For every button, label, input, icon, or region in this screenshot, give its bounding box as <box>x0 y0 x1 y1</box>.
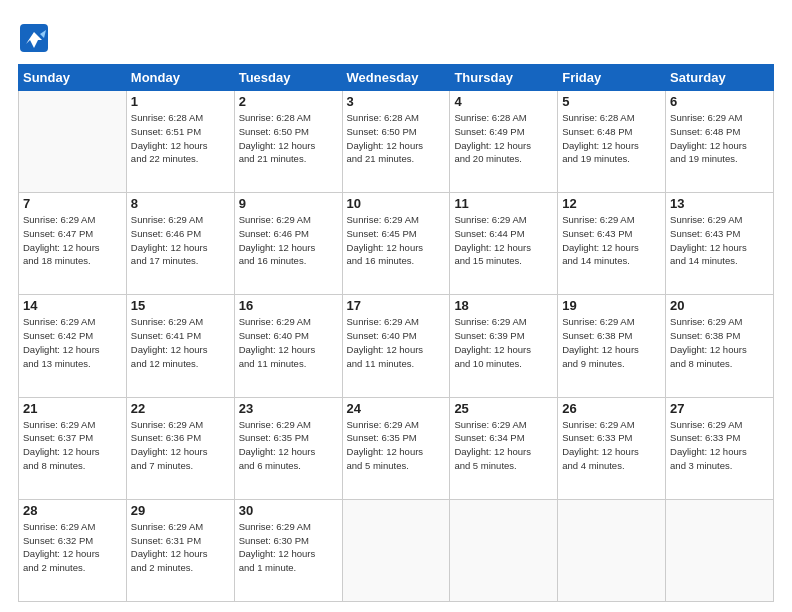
table-row: 10Sunrise: 6:29 AM Sunset: 6:45 PM Dayli… <box>342 193 450 295</box>
table-row: 3Sunrise: 6:28 AM Sunset: 6:50 PM Daylig… <box>342 91 450 193</box>
table-row <box>342 499 450 601</box>
table-row: 5Sunrise: 6:28 AM Sunset: 6:48 PM Daylig… <box>558 91 666 193</box>
table-row: 14Sunrise: 6:29 AM Sunset: 6:42 PM Dayli… <box>19 295 127 397</box>
table-row: 11Sunrise: 6:29 AM Sunset: 6:44 PM Dayli… <box>450 193 558 295</box>
weekday-header: Thursday <box>450 65 558 91</box>
day-info: Sunrise: 6:29 AM Sunset: 6:43 PM Dayligh… <box>670 213 769 268</box>
calendar-week: 28Sunrise: 6:29 AM Sunset: 6:32 PM Dayli… <box>19 499 774 601</box>
day-info: Sunrise: 6:28 AM Sunset: 6:50 PM Dayligh… <box>239 111 338 166</box>
day-number: 16 <box>239 298 338 313</box>
calendar-week: 21Sunrise: 6:29 AM Sunset: 6:37 PM Dayli… <box>19 397 774 499</box>
day-number: 24 <box>347 401 446 416</box>
day-number: 30 <box>239 503 338 518</box>
day-number: 9 <box>239 196 338 211</box>
logo-icon <box>18 22 50 54</box>
day-number: 29 <box>131 503 230 518</box>
day-info: Sunrise: 6:29 AM Sunset: 6:48 PM Dayligh… <box>670 111 769 166</box>
table-row: 6Sunrise: 6:29 AM Sunset: 6:48 PM Daylig… <box>666 91 774 193</box>
table-row: 21Sunrise: 6:29 AM Sunset: 6:37 PM Dayli… <box>19 397 127 499</box>
table-row <box>558 499 666 601</box>
day-number: 28 <box>23 503 122 518</box>
day-number: 26 <box>562 401 661 416</box>
day-number: 13 <box>670 196 769 211</box>
table-row: 20Sunrise: 6:29 AM Sunset: 6:38 PM Dayli… <box>666 295 774 397</box>
calendar-week: 1Sunrise: 6:28 AM Sunset: 6:51 PM Daylig… <box>19 91 774 193</box>
day-number: 22 <box>131 401 230 416</box>
table-row: 25Sunrise: 6:29 AM Sunset: 6:34 PM Dayli… <box>450 397 558 499</box>
table-row: 27Sunrise: 6:29 AM Sunset: 6:33 PM Dayli… <box>666 397 774 499</box>
table-row: 24Sunrise: 6:29 AM Sunset: 6:35 PM Dayli… <box>342 397 450 499</box>
table-row <box>666 499 774 601</box>
weekday-header: Sunday <box>19 65 127 91</box>
day-info: Sunrise: 6:29 AM Sunset: 6:44 PM Dayligh… <box>454 213 553 268</box>
day-number: 23 <box>239 401 338 416</box>
day-number: 27 <box>670 401 769 416</box>
day-info: Sunrise: 6:29 AM Sunset: 6:46 PM Dayligh… <box>131 213 230 268</box>
day-info: Sunrise: 6:29 AM Sunset: 6:40 PM Dayligh… <box>239 315 338 370</box>
table-row <box>450 499 558 601</box>
day-number: 19 <box>562 298 661 313</box>
calendar: SundayMondayTuesdayWednesdayThursdayFrid… <box>18 64 774 602</box>
day-info: Sunrise: 6:29 AM Sunset: 6:36 PM Dayligh… <box>131 418 230 473</box>
calendar-week: 14Sunrise: 6:29 AM Sunset: 6:42 PM Dayli… <box>19 295 774 397</box>
day-number: 20 <box>670 298 769 313</box>
day-number: 2 <box>239 94 338 109</box>
day-info: Sunrise: 6:29 AM Sunset: 6:41 PM Dayligh… <box>131 315 230 370</box>
day-number: 11 <box>454 196 553 211</box>
day-info: Sunrise: 6:29 AM Sunset: 6:47 PM Dayligh… <box>23 213 122 268</box>
day-number: 6 <box>670 94 769 109</box>
day-number: 25 <box>454 401 553 416</box>
table-row: 28Sunrise: 6:29 AM Sunset: 6:32 PM Dayli… <box>19 499 127 601</box>
day-number: 8 <box>131 196 230 211</box>
day-number: 14 <box>23 298 122 313</box>
day-number: 1 <box>131 94 230 109</box>
table-row: 13Sunrise: 6:29 AM Sunset: 6:43 PM Dayli… <box>666 193 774 295</box>
weekday-header: Friday <box>558 65 666 91</box>
table-row: 12Sunrise: 6:29 AM Sunset: 6:43 PM Dayli… <box>558 193 666 295</box>
day-number: 17 <box>347 298 446 313</box>
table-row: 23Sunrise: 6:29 AM Sunset: 6:35 PM Dayli… <box>234 397 342 499</box>
table-row: 22Sunrise: 6:29 AM Sunset: 6:36 PM Dayli… <box>126 397 234 499</box>
day-info: Sunrise: 6:29 AM Sunset: 6:32 PM Dayligh… <box>23 520 122 575</box>
table-row: 1Sunrise: 6:28 AM Sunset: 6:51 PM Daylig… <box>126 91 234 193</box>
day-info: Sunrise: 6:29 AM Sunset: 6:40 PM Dayligh… <box>347 315 446 370</box>
table-row <box>19 91 127 193</box>
day-info: Sunrise: 6:29 AM Sunset: 6:31 PM Dayligh… <box>131 520 230 575</box>
day-info: Sunrise: 6:29 AM Sunset: 6:45 PM Dayligh… <box>347 213 446 268</box>
table-row: 17Sunrise: 6:29 AM Sunset: 6:40 PM Dayli… <box>342 295 450 397</box>
day-info: Sunrise: 6:29 AM Sunset: 6:30 PM Dayligh… <box>239 520 338 575</box>
day-number: 3 <box>347 94 446 109</box>
day-number: 21 <box>23 401 122 416</box>
table-row: 4Sunrise: 6:28 AM Sunset: 6:49 PM Daylig… <box>450 91 558 193</box>
calendar-week: 7Sunrise: 6:29 AM Sunset: 6:47 PM Daylig… <box>19 193 774 295</box>
day-info: Sunrise: 6:29 AM Sunset: 6:33 PM Dayligh… <box>562 418 661 473</box>
day-number: 5 <box>562 94 661 109</box>
day-info: Sunrise: 6:29 AM Sunset: 6:42 PM Dayligh… <box>23 315 122 370</box>
day-info: Sunrise: 6:28 AM Sunset: 6:50 PM Dayligh… <box>347 111 446 166</box>
table-row: 7Sunrise: 6:29 AM Sunset: 6:47 PM Daylig… <box>19 193 127 295</box>
day-info: Sunrise: 6:29 AM Sunset: 6:34 PM Dayligh… <box>454 418 553 473</box>
table-row: 26Sunrise: 6:29 AM Sunset: 6:33 PM Dayli… <box>558 397 666 499</box>
table-row: 16Sunrise: 6:29 AM Sunset: 6:40 PM Dayli… <box>234 295 342 397</box>
weekday-header: Tuesday <box>234 65 342 91</box>
weekday-header: Monday <box>126 65 234 91</box>
table-row: 30Sunrise: 6:29 AM Sunset: 6:30 PM Dayli… <box>234 499 342 601</box>
table-row: 18Sunrise: 6:29 AM Sunset: 6:39 PM Dayli… <box>450 295 558 397</box>
table-row: 15Sunrise: 6:29 AM Sunset: 6:41 PM Dayli… <box>126 295 234 397</box>
day-info: Sunrise: 6:29 AM Sunset: 6:35 PM Dayligh… <box>239 418 338 473</box>
table-row: 2Sunrise: 6:28 AM Sunset: 6:50 PM Daylig… <box>234 91 342 193</box>
weekday-header: Wednesday <box>342 65 450 91</box>
day-info: Sunrise: 6:28 AM Sunset: 6:49 PM Dayligh… <box>454 111 553 166</box>
day-number: 4 <box>454 94 553 109</box>
day-info: Sunrise: 6:29 AM Sunset: 6:33 PM Dayligh… <box>670 418 769 473</box>
day-info: Sunrise: 6:29 AM Sunset: 6:43 PM Dayligh… <box>562 213 661 268</box>
day-info: Sunrise: 6:29 AM Sunset: 6:46 PM Dayligh… <box>239 213 338 268</box>
day-number: 10 <box>347 196 446 211</box>
day-info: Sunrise: 6:29 AM Sunset: 6:37 PM Dayligh… <box>23 418 122 473</box>
day-number: 15 <box>131 298 230 313</box>
day-info: Sunrise: 6:29 AM Sunset: 6:39 PM Dayligh… <box>454 315 553 370</box>
day-number: 12 <box>562 196 661 211</box>
day-number: 7 <box>23 196 122 211</box>
day-number: 18 <box>454 298 553 313</box>
table-row: 19Sunrise: 6:29 AM Sunset: 6:38 PM Dayli… <box>558 295 666 397</box>
